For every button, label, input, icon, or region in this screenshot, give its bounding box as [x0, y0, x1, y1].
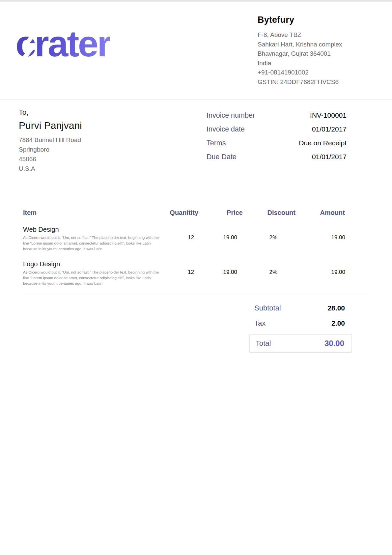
tax-value: 2.00	[331, 319, 345, 327]
invoice-header: crater Bytefury F-8, Above TBZ Sahkari H…	[0, 2, 392, 100]
subtotal-row: Subtotal 28.00	[254, 304, 345, 312]
terms-label: Terms	[207, 139, 226, 147]
invoice-number-label: Invoice number	[207, 111, 255, 120]
company-name: Bytefury	[258, 15, 349, 25]
crater-logo-text: crater	[15, 23, 110, 64]
invoice-date-row: Invoice date 01/01/2017	[207, 125, 347, 133]
customer-address-line: Springboro	[19, 145, 82, 154]
item-description: As Cicero would put it, “Um, not so fast…	[23, 270, 161, 286]
company-address-line: F-8, Above TBZ	[258, 30, 349, 40]
column-header-discount: Discount	[243, 209, 295, 226]
column-header-amount: Amount	[295, 209, 345, 226]
due-date-label: Due Date	[207, 153, 237, 161]
item-name: Logo Design	[23, 260, 161, 268]
company-phone: +91-08141901002	[258, 68, 349, 77]
item-name: Web Design	[23, 226, 161, 233]
totals-section: Subtotal 28.00 Tax 2.00	[254, 304, 345, 328]
subtotal-value: 28.00	[327, 304, 345, 312]
terms-row: Terms Due on Receipt	[207, 139, 347, 147]
subtotal-label: Subtotal	[254, 304, 281, 312]
total-label: Total	[256, 339, 271, 348]
customer-name: Purvi Panjvani	[19, 120, 82, 131]
item-quantity: 12	[161, 226, 199, 252]
item-description: As Cicero would put it, “Um, not so fast…	[23, 235, 161, 252]
table-row: Web Design As Cicero would put it, “Um, …	[23, 226, 345, 252]
terms-value: Due on Receipt	[299, 139, 347, 147]
bill-to-block: To, Purvi Panjvani 7884 Bunnel Hill Road…	[19, 108, 82, 173]
item-amount: 19.00	[296, 260, 345, 286]
logo-slice-decoration	[138, 35, 149, 48]
invoice-number-row: Invoice number INV-100001	[207, 111, 347, 120]
item-discount: 2%	[243, 260, 296, 286]
invoice-page: crater Bytefury F-8, Above TBZ Sahkari H…	[0, 0, 392, 555]
tax-label: Tax	[254, 319, 266, 328]
total-box: Total 30.00	[249, 334, 352, 353]
column-header-price: Price	[198, 209, 243, 226]
customer-address-line: 7884 Bunnel Hill Road	[19, 135, 82, 145]
item-discount: 2%	[243, 226, 296, 252]
company-address-line: Sahkari Hart, Krishna complex	[258, 40, 349, 49]
company-address-line: India	[258, 59, 349, 68]
tax-row: Tax 2.00	[254, 319, 345, 328]
items-totals-divider	[19, 295, 373, 295]
item-price: 19.00	[199, 226, 243, 252]
items-table: Item Quanitity Price Discount Amount Web…	[23, 209, 345, 286]
item-price: 19.00	[199, 260, 243, 286]
item-quantity: 12	[161, 260, 199, 286]
bill-to-label: To,	[19, 108, 82, 117]
item-amount: 19.00	[296, 226, 345, 252]
crater-logo: crater	[15, 25, 110, 62]
items-table-header: Item Quanitity Price Discount Amount	[23, 209, 345, 226]
due-date-row: Due Date 01/01/2017	[207, 153, 347, 161]
company-address-line: Bhavnagar, Gujrat 364001	[258, 49, 349, 59]
company-gstin: GSTIN: 24DDF7682FHVCS6	[258, 77, 349, 87]
item-cell: Logo Design As Cicero would put it, “Um,…	[23, 260, 161, 286]
customer-address-line: 45066	[19, 154, 82, 164]
invoice-meta-block: Invoice number INV-100001 Invoice date 0…	[207, 108, 347, 173]
invoice-date-value: 01/01/2017	[312, 125, 347, 133]
invoice-number-value: INV-100001	[310, 111, 347, 119]
column-header-quantity: Quanitity	[160, 209, 198, 226]
invoice-date-label: Invoice date	[207, 125, 245, 133]
total-value: 30.00	[324, 339, 344, 348]
company-info-block: Bytefury F-8, Above TBZ Sahkari Hart, Kr…	[258, 13, 349, 87]
item-cell: Web Design As Cicero would put it, “Um, …	[23, 226, 161, 252]
due-date-value: 01/01/2017	[312, 153, 347, 161]
table-row: Logo Design As Cicero would put it, “Um,…	[23, 260, 345, 286]
billing-section: To, Purvi Panjvani 7884 Bunnel Hill Road…	[0, 100, 392, 173]
customer-address-line: U.S.A	[19, 164, 82, 173]
column-header-item: Item	[23, 209, 160, 226]
